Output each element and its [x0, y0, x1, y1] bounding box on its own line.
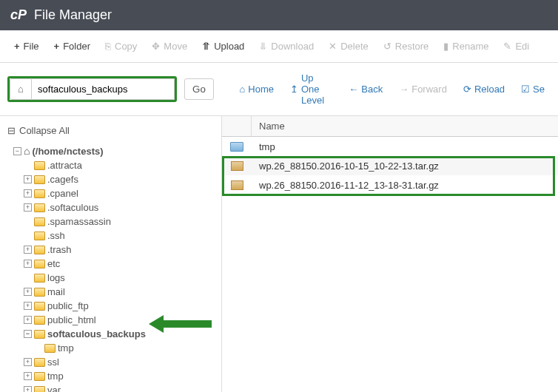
folder-icon	[34, 372, 45, 381]
folder-open-icon	[34, 330, 45, 339]
tree-node[interactable]: +.trash	[24, 243, 218, 257]
app-header: cP File Manager	[0, 0, 558, 30]
folder-tree-sidebar: ⊟Collapse All −⌂(/home/nctests) .attract…	[0, 116, 222, 392]
home-icon: ⌂	[239, 84, 245, 95]
expander-icon[interactable]: +	[24, 372, 32, 380]
nav-select-button[interactable]: ☑Se	[515, 80, 551, 98]
tree-node[interactable]: tmp	[34, 341, 218, 355]
folder-icon	[34, 189, 45, 198]
restore-button[interactable]: ↺Restore	[377, 36, 436, 56]
tree-node-selected[interactable]: −softaculous_backups	[24, 327, 218, 341]
tree-node[interactable]: +.cagefs	[24, 172, 218, 186]
expander-icon[interactable]: +	[24, 175, 32, 183]
copy-button[interactable]: ⎘Copy	[98, 36, 144, 56]
move-icon: ✥	[152, 41, 160, 52]
expander-icon[interactable]: −	[13, 147, 21, 155]
expander-icon[interactable]: +	[24, 260, 32, 268]
name-column-header[interactable]: Name	[252, 116, 558, 136]
folder-icon	[34, 302, 45, 311]
list-item[interactable]: tmp	[222, 137, 558, 156]
download-icon: ⥥	[259, 41, 267, 52]
level-up-icon: ↥	[290, 84, 298, 95]
download-button[interactable]: ⥥Download	[252, 36, 320, 56]
upload-icon: ⥣	[202, 41, 210, 52]
tree-node[interactable]: .spamassassin	[24, 214, 218, 229]
tree-node[interactable]: +etc	[24, 257, 218, 271]
file-list-panel: Name tmp wp.26_88150.2016-10-15_10-22-13…	[222, 116, 558, 392]
path-input-group: ⌂	[7, 76, 177, 102]
copy-icon: ⎘	[105, 41, 111, 52]
delete-button[interactable]: ✕Delete	[322, 36, 375, 56]
plus-icon: +	[54, 41, 60, 52]
folder-icon	[34, 232, 45, 240]
edit-button[interactable]: ✎Edi	[497, 36, 536, 56]
collapse-icon: ⊟	[7, 125, 16, 136]
tree-node[interactable]: +public_html	[24, 313, 218, 327]
folder-icon	[230, 142, 243, 152]
new-folder-button[interactable]: +Folder	[47, 36, 97, 56]
folder-tree: −⌂(/home/nctests) .attracta +.cagefs +.c…	[3, 143, 218, 392]
delete-icon: ✕	[329, 41, 337, 52]
arrow-right-icon: →	[399, 84, 409, 95]
rename-button[interactable]: ▮Rename	[437, 36, 495, 56]
tree-node[interactable]: +tmp	[24, 369, 218, 383]
path-input[interactable]	[32, 78, 175, 100]
tree-node[interactable]: logs	[24, 271, 218, 285]
main-toolbar: +File +Folder ⎘Copy ✥Move ⥣Upload ⥥Downl…	[0, 30, 558, 63]
tree-root[interactable]: −⌂(/home/nctests)	[13, 143, 218, 158]
folder-icon	[34, 288, 45, 297]
expander-icon[interactable]: +	[24, 386, 32, 392]
archive-icon	[231, 180, 243, 190]
grid-body: tmp wp.26_88150.2016-10-15_10-22-13.tar.…	[222, 137, 558, 195]
expander-icon[interactable]: +	[24, 203, 32, 212]
tree-node[interactable]: +ssl	[24, 355, 218, 369]
expander-icon[interactable]: +	[24, 302, 32, 310]
folder-icon	[34, 260, 45, 268]
tree-node[interactable]: +var	[24, 383, 218, 392]
tree-node[interactable]: +.cpanel	[24, 186, 218, 200]
list-item[interactable]: wp.26_88150.2016-11-12_13-18-31.tar.gz	[222, 175, 558, 195]
folder-icon	[34, 161, 45, 170]
tree-node[interactable]: .ssh	[24, 229, 218, 243]
expander-icon[interactable]: +	[24, 358, 32, 366]
nav-forward-button[interactable]: →Forward	[393, 80, 453, 98]
folder-icon	[34, 274, 45, 283]
tree-node[interactable]: +.softaculous	[24, 200, 218, 214]
tree-node[interactable]: +mail	[24, 285, 218, 299]
list-item[interactable]: wp.26_88150.2016-10-15_10-22-13.tar.gz	[222, 156, 558, 175]
folder-icon	[34, 175, 45, 184]
new-file-button[interactable]: +File	[7, 36, 46, 56]
nav-home-button[interactable]: ⌂Home	[233, 80, 280, 98]
folder-icon	[34, 316, 45, 325]
tree-node[interactable]: .attracta	[24, 158, 218, 172]
folder-icon	[34, 246, 45, 254]
expander-icon[interactable]: +	[24, 316, 32, 324]
nav-back-button[interactable]: ←Back	[343, 80, 389, 98]
cpanel-logo: cP	[10, 7, 27, 23]
expander-icon[interactable]: −	[24, 330, 32, 338]
nav-up-button[interactable]: ↥Up One Level	[284, 69, 338, 109]
folder-icon	[34, 217, 45, 226]
collapse-all-button[interactable]: ⊟Collapse All	[3, 122, 218, 139]
tree-node[interactable]: +public_ftp	[24, 299, 218, 313]
app-title: File Manager	[34, 7, 112, 23]
home-icon: ⌂	[18, 84, 24, 95]
path-navbar: ⌂ Go ⌂Home ↥Up One Level ←Back →Forward …	[0, 63, 558, 116]
go-button[interactable]: Go	[184, 78, 214, 100]
check-icon: ☑	[521, 84, 530, 95]
folder-icon	[34, 386, 45, 393]
rename-icon: ▮	[443, 41, 448, 52]
folder-icon	[44, 344, 56, 353]
expander-icon[interactable]: +	[24, 288, 32, 296]
expander-icon[interactable]: +	[24, 246, 32, 254]
upload-button[interactable]: ⥣Upload	[195, 36, 251, 56]
restore-icon: ↺	[383, 41, 391, 52]
reload-icon: ⟳	[463, 84, 471, 95]
folder-icon	[34, 203, 45, 212]
move-button[interactable]: ✥Move	[145, 36, 194, 56]
edit-icon: ✎	[503, 41, 511, 52]
expander-icon[interactable]: +	[24, 189, 32, 197]
home-path-button[interactable]: ⌂	[10, 78, 32, 100]
nav-reload-button[interactable]: ⟳Reload	[457, 80, 511, 98]
arrow-left-icon: ←	[349, 84, 358, 95]
